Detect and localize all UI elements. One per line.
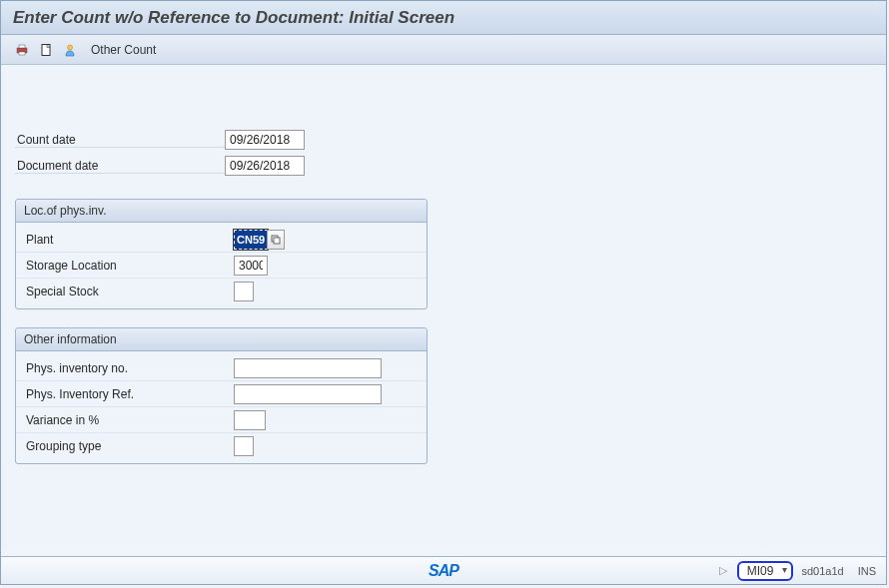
- phys-inventory-ref-input[interactable]: [234, 384, 382, 404]
- svg-rect-6: [274, 238, 280, 244]
- screen-title: Enter Count w/o Reference to Document: I…: [13, 8, 454, 28]
- phys-inventory-no-label: Phys. inventory no.: [24, 361, 234, 375]
- variance-label: Variance in %: [24, 413, 234, 427]
- plant-f4-help-button[interactable]: [267, 230, 285, 250]
- plant-label: Plant: [24, 233, 234, 247]
- print-icon[interactable]: [13, 41, 31, 59]
- insert-mode-indicator: INS: [858, 565, 876, 577]
- variance-input[interactable]: [234, 410, 266, 430]
- title-bar: Enter Count w/o Reference to Document: I…: [1, 1, 886, 35]
- document-date-input[interactable]: [225, 156, 305, 176]
- phys-inventory-no-input[interactable]: [234, 358, 382, 378]
- other-group-header: Other information: [16, 328, 427, 351]
- tcode-indicator[interactable]: MI09: [737, 561, 794, 581]
- storage-location-label: Storage Location: [24, 259, 234, 273]
- application-toolbar: Other Count: [1, 35, 886, 65]
- count-date-input[interactable]: [225, 130, 305, 150]
- storage-location-input[interactable]: [234, 256, 268, 276]
- svg-rect-1: [19, 45, 25, 48]
- loc-group-header: Loc.of phys.inv.: [16, 200, 427, 223]
- phys-inventory-ref-label: Phys. Inventory Ref.: [24, 387, 234, 401]
- svg-point-4: [68, 45, 73, 50]
- count-date-label: Count date: [15, 133, 225, 148]
- grouping-type-label: Grouping type: [24, 439, 234, 453]
- new-document-icon[interactable]: [37, 41, 55, 59]
- other-count-button[interactable]: Other Count: [91, 43, 156, 57]
- special-stock-label: Special Stock: [24, 285, 234, 298]
- plant-input[interactable]: [234, 230, 268, 250]
- other-information-group: Other information Phys. inventory no. Ph…: [15, 327, 428, 464]
- date-section: Count date Document date: [15, 127, 872, 179]
- sap-window: Enter Count w/o Reference to Document: I…: [0, 0, 887, 585]
- user-icon[interactable]: [61, 41, 79, 59]
- content-area: Count date Document date Loc.of phys.inv…: [1, 65, 886, 496]
- grouping-type-input[interactable]: [234, 436, 254, 456]
- system-indicator: sd01a1d: [801, 565, 843, 577]
- search-help-icon: [271, 235, 281, 245]
- document-date-label: Document date: [15, 159, 225, 174]
- svg-rect-2: [19, 52, 25, 55]
- status-bar: SAP ▷ MI09 sd01a1d INS: [1, 556, 886, 584]
- special-stock-input[interactable]: [234, 282, 254, 301]
- status-expand-icon[interactable]: ▷: [719, 564, 727, 577]
- sap-logo: SAP: [429, 562, 458, 580]
- loc-phys-inv-group: Loc.of phys.inv. Plant Storage Location …: [15, 199, 428, 309]
